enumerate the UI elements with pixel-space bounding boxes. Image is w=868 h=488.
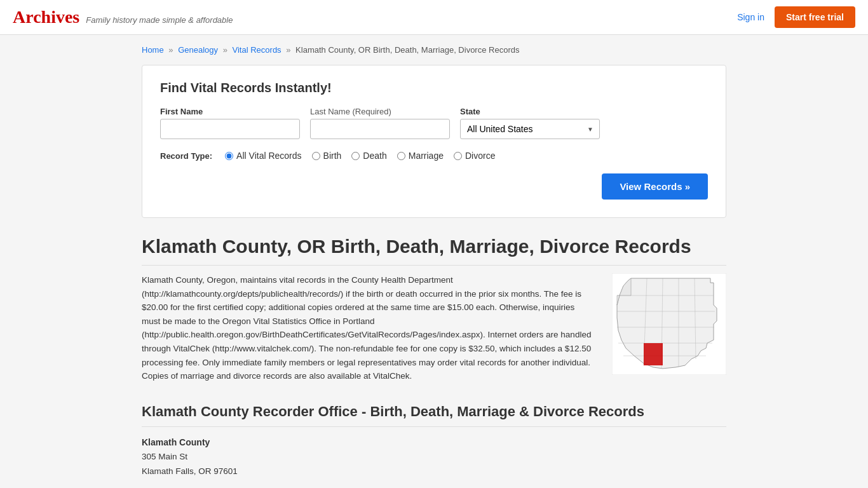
- first-name-label: First Name: [160, 107, 300, 116]
- last-name-input[interactable]: [310, 119, 450, 139]
- state-label: State: [460, 107, 600, 116]
- breadcrumb: Home » Genealogy » Vital Records » Klama…: [142, 45, 726, 55]
- radio-marriage[interactable]: Marriage: [397, 151, 444, 161]
- search-box: Find Vital Records Instantly! First Name…: [142, 65, 726, 218]
- svg-rect-10: [644, 343, 663, 365]
- radio-divorce[interactable]: Divorce: [454, 151, 495, 161]
- view-btn-row: View Records »: [160, 173, 708, 200]
- radio-group: All Vital Records Birth Death Marriage D…: [225, 151, 495, 161]
- breadcrumb-sep-3: »: [286, 45, 290, 55]
- header-right: Sign in Start free trial: [737, 6, 855, 28]
- content-text: Klamath County, Oregon, maintains vital …: [142, 273, 593, 383]
- page-description: Klamath County, Oregon, maintains vital …: [142, 273, 593, 383]
- address-line-2: Klamath Falls, OR 97601: [142, 464, 726, 479]
- search-title: Find Vital Records Instantly!: [160, 81, 708, 95]
- breadcrumb-home[interactable]: Home: [142, 45, 164, 55]
- radio-birth-input[interactable]: [312, 152, 320, 160]
- content-area: Klamath County, Oregon, maintains vital …: [142, 273, 726, 383]
- view-records-button[interactable]: View Records »: [602, 173, 708, 200]
- state-select[interactable]: All United StatesAlabamaAlaskaArizonaArk…: [460, 119, 600, 139]
- oregon-map: [612, 273, 726, 383]
- breadcrumb-sep-1: »: [168, 45, 173, 55]
- first-name-field-group: First Name: [160, 107, 300, 139]
- radio-marriage-input[interactable]: [397, 152, 405, 160]
- county-info: Klamath County 305 Main St Klamath Falls…: [142, 437, 726, 479]
- radio-all-vital-input[interactable]: [225, 152, 233, 160]
- record-type-label: Record Type:: [160, 151, 212, 161]
- radio-birth-label: Birth: [323, 151, 342, 161]
- state-field-group: State All United StatesAlabamaAlaskaAriz…: [460, 107, 600, 139]
- header-left: Archives Family history made simple & af…: [13, 7, 233, 27]
- breadcrumb-genealogy[interactable]: Genealogy: [178, 45, 218, 55]
- radio-divorce-label: Divorce: [465, 151, 495, 161]
- breadcrumb-vital-records[interactable]: Vital Records: [233, 45, 281, 55]
- radio-death-input[interactable]: [351, 152, 360, 160]
- search-fields: First Name Last Name (Required) State Al…: [160, 107, 708, 139]
- breadcrumb-sep-2: »: [223, 45, 227, 55]
- site-tagline: Family history made simple & affordable: [86, 15, 233, 25]
- county-address: 305 Main St Klamath Falls, OR 97601: [142, 450, 726, 479]
- radio-divorce-input[interactable]: [454, 152, 462, 160]
- state-select-wrapper: All United StatesAlabamaAlaskaArizonaArk…: [460, 119, 600, 139]
- county-name: Klamath County: [142, 437, 726, 447]
- radio-all-vital-label: All Vital Records: [236, 151, 301, 161]
- breadcrumb-current: Klamath County, OR Birth, Death, Marriag…: [295, 45, 519, 55]
- start-trial-button[interactable]: Start free trial: [775, 6, 855, 28]
- site-header: Archives Family history made simple & af…: [0, 0, 868, 35]
- recorder-section-title: Klamath County Recorder Office - Birth, …: [142, 403, 726, 427]
- radio-all-vital[interactable]: All Vital Records: [225, 151, 301, 161]
- page-title: Klamath County, OR Birth, Death, Marriag…: [142, 236, 726, 266]
- last-name-field-group: Last Name (Required): [310, 107, 450, 139]
- radio-birth[interactable]: Birth: [312, 151, 342, 161]
- site-logo: Archives: [13, 7, 79, 27]
- record-type-row: Record Type: All Vital Records Birth Dea…: [160, 151, 708, 161]
- first-name-input[interactable]: [160, 119, 300, 139]
- sign-in-link[interactable]: Sign in: [737, 12, 764, 22]
- radio-marriage-label: Marriage: [409, 151, 444, 161]
- last-name-label: Last Name (Required): [310, 107, 450, 116]
- radio-death[interactable]: Death: [351, 151, 386, 161]
- main-content: Home » Genealogy » Vital Records » Klama…: [129, 35, 739, 488]
- address-line-1: 305 Main St: [142, 450, 726, 464]
- oregon-map-svg: [612, 273, 726, 375]
- radio-death-label: Death: [363, 151, 386, 161]
